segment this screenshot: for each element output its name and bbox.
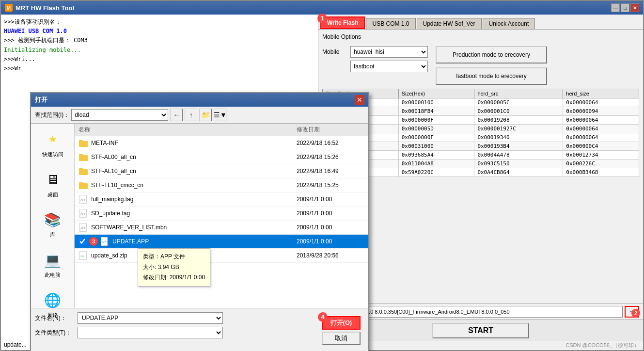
open-button[interactable]: 打开(O) 4 bbox=[322, 316, 361, 330]
search-range-label: 查找范围(I)： bbox=[35, 111, 69, 119]
mobile-dropdown-2[interactable]: fastboot bbox=[350, 61, 428, 72]
list-item[interactable]: APPfull_mainpkg.tag2009/1/1 0:00 bbox=[75, 192, 368, 207]
computer-icon: 💻 bbox=[43, 250, 63, 270]
folder-icon bbox=[79, 152, 88, 162]
title-bar-left: M MRT HW Flash Tool bbox=[5, 4, 74, 12]
table-row: 0x000193A40x0000000F0x000193400x00000064 bbox=[323, 133, 639, 142]
list-item[interactable]: APPSD_update.tag2009/1/1 0:00 bbox=[75, 207, 368, 221]
file-date: 2009/1/1 0:00 bbox=[297, 210, 364, 217]
filetype-combo[interactable] bbox=[78, 327, 223, 338]
file-name: full_mainpkg.tag bbox=[91, 196, 297, 203]
file-date: 2009/1/1 0:00 bbox=[297, 196, 364, 203]
list-item[interactable]: META-INF2022/9/18 16:52 bbox=[75, 136, 368, 150]
maximize-button[interactable]: □ bbox=[621, 3, 629, 12]
new-folder-button[interactable]: 📁 bbox=[199, 109, 212, 121]
library-icon: 📚 bbox=[43, 210, 63, 229]
col-size: Size(Hex) bbox=[398, 89, 474, 98]
open-file-dialog: 打开 ✕ 查找范围(I)： dload ← ↑ 📁 ☰▼ bbox=[30, 92, 369, 351]
badge-3: 3 bbox=[89, 237, 98, 246]
dialog-bottom: 文件名(N)： UPDATE.APP 文件类型(T)： bbox=[31, 308, 368, 351]
view-button[interactable]: ☰▼ bbox=[214, 109, 226, 121]
file-date: 2022/9/18 16:49 bbox=[297, 168, 364, 175]
mobile-dropdown-1[interactable]: huawei_hisi bbox=[350, 46, 428, 58]
folder-combo[interactable]: dload bbox=[71, 109, 168, 121]
file-name: UPDATE.APP bbox=[112, 238, 297, 245]
browse-button[interactable]: ... 2 bbox=[625, 306, 639, 318]
col-name-header: 名称 bbox=[79, 126, 297, 134]
title-bar: M MRT HW Flash Tool — □ ✕ bbox=[1, 1, 643, 15]
nav-up-button[interactable]: ↑ bbox=[185, 109, 197, 121]
dialog-action-buttons: 打开(O) 4 取消 bbox=[322, 312, 364, 349]
app-icon: M bbox=[5, 4, 13, 12]
table-row: 0x0005CBAC0x093685A40x0004A4780x00012734 bbox=[323, 151, 639, 160]
sidebar-quick-access[interactable]: ⭐ 快速访问 bbox=[36, 128, 70, 160]
file-icon: APP bbox=[79, 223, 88, 232]
close-button[interactable]: ✕ bbox=[630, 3, 639, 12]
svg-rect-7 bbox=[79, 182, 83, 184]
sidebar-desktop[interactable]: 🖥 桌面 bbox=[36, 168, 70, 200]
filename-input[interactable]: UPDATE.APP bbox=[78, 312, 223, 324]
list-item[interactable]: APPSOFTWARE_VER_LIST.mbn2009/1/1 0:00 bbox=[75, 221, 368, 235]
list-item[interactable]: 3APPUPDATE.APP2009/1/1 0:00 bbox=[75, 235, 368, 249]
list-item[interactable]: STF-AL00_all_cn2022/9/18 15:26 bbox=[75, 150, 368, 164]
tab-usb-com[interactable]: USB COM 1.0 bbox=[366, 18, 415, 29]
tab-unlock[interactable]: Unlock Account bbox=[483, 18, 535, 29]
app-body: >>>设备驱动识别名： HUAWEI USB COM 1.0 >>> 检测到手机… bbox=[1, 15, 643, 350]
sidebar-computer[interactable]: 💻 此电脑 bbox=[36, 248, 70, 281]
file-date: 2009/1/1 0:00 bbox=[297, 224, 364, 231]
file-name: STF-AL10_all_cn bbox=[91, 168, 297, 175]
mobile-row-1: Mobile huawei_hisi bbox=[322, 46, 428, 58]
nav-back-button[interactable]: ← bbox=[170, 109, 183, 121]
dialog-title-text: 打开 bbox=[35, 96, 47, 104]
svg-text:zip: zip bbox=[80, 255, 84, 257]
svg-text:APP: APP bbox=[102, 240, 108, 243]
tab-write-flash[interactable]: Write Flash 1 bbox=[320, 16, 365, 29]
mobile-label: Mobile bbox=[322, 48, 346, 55]
app-window: M MRT HW Flash Tool — □ ✕ >>>设备驱动识别名： HU… bbox=[0, 0, 644, 351]
sidebar-computer-label: 此电脑 bbox=[45, 271, 61, 279]
svg-rect-3 bbox=[79, 154, 83, 156]
file-date: 2022/9/18 15:25 bbox=[297, 182, 364, 189]
file-name: STF-AL00_all_cn bbox=[91, 154, 297, 160]
start-button[interactable]: START bbox=[432, 323, 529, 338]
list-item[interactable]: zipupdate_sd.zip2018/9/28 20:56 bbox=[75, 249, 368, 263]
table-row: 0x0A57ECCC0x59A0220C0x0A4CB8640x000B3468 bbox=[323, 168, 639, 177]
table-row: 0x000002540x00018FB40x000001C00x00000094 bbox=[323, 107, 639, 116]
cancel-button[interactable]: 取消 bbox=[322, 332, 361, 345]
folder-icon bbox=[79, 166, 88, 176]
minimize-button[interactable]: — bbox=[611, 3, 620, 12]
svg-text:APP: APP bbox=[80, 212, 86, 215]
svg-rect-1 bbox=[79, 140, 83, 142]
production-mode-button[interactable]: Production mode to erecovery bbox=[436, 46, 547, 64]
table-row: 0x0001926C0x0000000F0x000192080x00000064 bbox=[323, 116, 639, 125]
file-list-area: 名称 修改日期 META-INF2022/9/18 16:52STF-AL00_… bbox=[75, 124, 368, 308]
col-date-header: 修改日期 bbox=[297, 126, 364, 134]
tab-update-hw[interactable]: Update HW Sof_Ver bbox=[417, 18, 482, 29]
mobile-options-label: Mobile Options bbox=[322, 33, 639, 40]
file-icon: zip bbox=[79, 251, 88, 260]
dialog-close-button[interactable]: ✕ bbox=[355, 95, 364, 105]
filetype-row: 文件类型(T)： bbox=[35, 327, 318, 338]
fastboot-mode-button[interactable]: fastboot mode to erecovery bbox=[436, 67, 547, 85]
col-herd-size: herd_size bbox=[563, 89, 639, 98]
file-name: SD_update.tag bbox=[91, 210, 297, 217]
filetype-label: 文件类型(T)： bbox=[35, 329, 74, 337]
list-item[interactable]: STF-AL10_all_cn2022/9/18 16:49 bbox=[75, 164, 368, 178]
filename-row: 文件名(N)： UPDATE.APP bbox=[35, 312, 318, 324]
svg-text:APP: APP bbox=[80, 198, 86, 201]
filename-label: 文件名(N)： bbox=[35, 314, 74, 322]
file-name: STF-TL10_cmcc_cn bbox=[91, 182, 297, 189]
tooltip-type: 类型：APP 文件 bbox=[143, 252, 205, 262]
flash-table: Start(Hex) Size(Hex) herd_src herd_size … bbox=[322, 89, 639, 177]
file-list: META-INF2022/9/18 16:52STF-AL00_all_cn20… bbox=[75, 136, 368, 308]
folder-icon bbox=[79, 180, 88, 190]
sidebar-quick-access-label: 快速访问 bbox=[42, 151, 63, 158]
quick-access-icon: ⭐ bbox=[43, 129, 63, 149]
file-name: SOFTWARE_VER_LIST.mbn bbox=[91, 224, 297, 231]
file-checkbox[interactable] bbox=[79, 238, 86, 245]
list-item[interactable]: STF-TL10_cmcc_cn2022/9/18 15:25 bbox=[75, 178, 368, 192]
file-date: 2018/9/28 20:56 bbox=[297, 252, 364, 259]
sidebar-library[interactable]: 📚 库 bbox=[36, 208, 70, 240]
mobile-row-2: fastboot bbox=[322, 61, 428, 72]
file-date: 2009/1/1 0:00 bbox=[297, 238, 364, 245]
